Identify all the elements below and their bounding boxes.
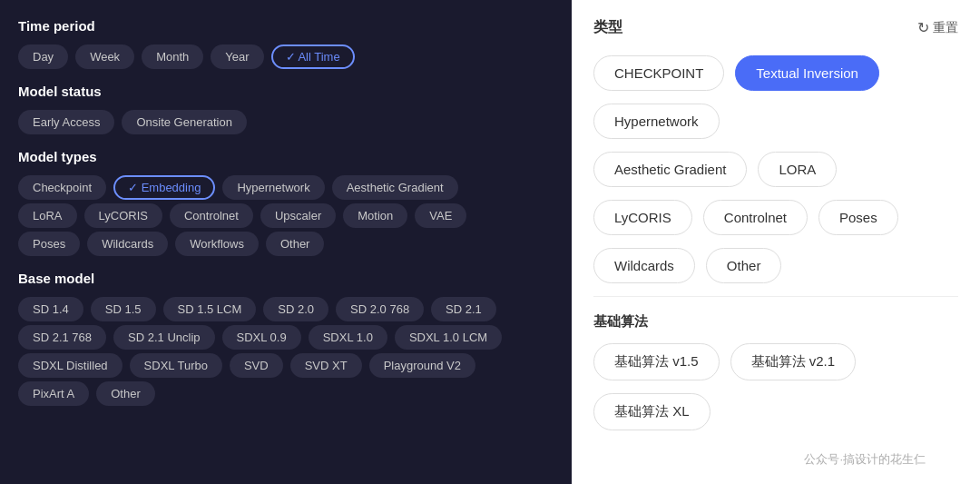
chip-controlnet[interactable]: Controlnet xyxy=(170,203,253,228)
chip-sdxl-turbo[interactable]: SDXL Turbo xyxy=(130,353,222,378)
chip-other-types[interactable]: Other xyxy=(266,232,325,256)
right-chip-base-v21[interactable]: 基础算法 v2.1 xyxy=(730,343,857,380)
base-model-row2: SD 2.1 768 SD 2.1 Unclip SDXL 0.9 SDXL 1… xyxy=(18,325,554,350)
right-type-row4: LyCORIS Controlnet Poses xyxy=(593,200,958,235)
chip-sd21-768[interactable]: SD 2.1 768 xyxy=(18,325,106,350)
base-model-section-title: 基础算法 xyxy=(593,313,958,331)
right-type-row3: Aesthetic Gradient LORA xyxy=(593,152,958,187)
chip-sd21-unclip[interactable]: SD 2.1 Unclip xyxy=(113,325,214,350)
chip-day[interactable]: Day xyxy=(18,44,68,69)
chip-hypernetwork[interactable]: Hypernetwork xyxy=(222,175,324,200)
chip-sd21[interactable]: SD 2.1 xyxy=(431,297,496,321)
base-model-row1: SD 1.4 SD 1.5 SD 1.5 LCM SD 2.0 SD 2.0 7… xyxy=(18,297,554,321)
base-model-row4: PixArt A Other xyxy=(18,381,554,406)
right-panel: 类型 ↻ 重置 CHECKPOINT Textual Inversion Hyp… xyxy=(572,0,980,484)
base-model-row3: SDXL Distilled SDXL Turbo SVD SVD XT Pla… xyxy=(18,353,554,378)
right-chip-checkpoint[interactable]: CHECKPOINT xyxy=(593,55,724,91)
model-status-title: Model status xyxy=(18,84,554,99)
chip-poses[interactable]: Poses xyxy=(18,232,80,256)
chip-other-base[interactable]: Other xyxy=(96,381,155,406)
chip-sdxl10lcm[interactable]: SDXL 1.0 LCM xyxy=(395,325,502,350)
chip-sd15lcm[interactable]: SD 1.5 LCM xyxy=(163,297,257,321)
watermark: 公众号·搞设计的花生仁 xyxy=(804,451,926,468)
divider xyxy=(593,296,958,297)
model-types-row3: Poses Wildcards Workflows Other xyxy=(18,232,554,256)
chip-vae[interactable]: VAE xyxy=(415,203,466,228)
right-type-row5: Wildcards Other xyxy=(593,248,958,283)
chip-sdxl-distilled[interactable]: SDXL Distilled xyxy=(18,353,122,378)
reset-icon: ↻ xyxy=(917,19,929,36)
right-chip-hypernetwork[interactable]: Hypernetwork xyxy=(593,104,720,139)
reset-label: 重置 xyxy=(933,20,958,36)
chip-sd14[interactable]: SD 1.4 xyxy=(18,297,83,321)
chip-motion[interactable]: Motion xyxy=(343,203,407,228)
right-type-row1: CHECKPOINT Textual Inversion xyxy=(593,55,958,91)
chip-week[interactable]: Week xyxy=(75,44,134,69)
chip-sd20-768[interactable]: SD 2.0 768 xyxy=(336,297,424,321)
chip-early-access[interactable]: Early Access xyxy=(18,110,114,134)
right-chip-textual-inversion[interactable]: Textual Inversion xyxy=(735,55,879,91)
chip-lora[interactable]: LoRA xyxy=(18,203,77,228)
time-period-chips: Day Week Month Year ✓ All Time xyxy=(18,44,554,69)
chip-sd15[interactable]: SD 1.5 xyxy=(91,297,156,321)
chip-sd20[interactable]: SD 2.0 xyxy=(263,297,328,321)
chip-year[interactable]: Year xyxy=(211,44,263,69)
time-period-title: Time period xyxy=(18,18,554,34)
chip-embedding[interactable]: ✓ Embedding xyxy=(113,175,215,200)
right-chip-lora[interactable]: LORA xyxy=(758,152,837,187)
model-types-row2: LoRA LyCORIS Controlnet Upscaler Motion … xyxy=(18,203,554,228)
chip-pixart-a[interactable]: PixArt A xyxy=(18,381,89,406)
chip-aesthetic-gradient[interactable]: Aesthetic Gradient xyxy=(332,175,458,200)
chip-all-time[interactable]: ✓ All Time xyxy=(271,44,355,69)
model-status-chips: Early Access Onsite Generation xyxy=(18,110,554,134)
right-chip-base-xl[interactable]: 基础算法 XL xyxy=(593,393,710,430)
chip-onsite-generation[interactable]: Onsite Generation xyxy=(122,110,247,134)
right-type-row2: Hypernetwork xyxy=(593,104,958,139)
model-types-title: Model types xyxy=(18,149,554,164)
chip-sdxl10[interactable]: SDXL 1.0 xyxy=(309,325,387,350)
right-chip-wildcards[interactable]: Wildcards xyxy=(593,248,695,283)
chip-lycoris[interactable]: LyCORIS xyxy=(84,203,162,228)
right-chip-base-v15[interactable]: 基础算法 v1.5 xyxy=(593,343,720,380)
right-chip-poses[interactable]: Poses xyxy=(818,200,898,235)
chip-upscaler[interactable]: Upscaler xyxy=(260,203,336,228)
chip-month[interactable]: Month xyxy=(142,44,203,69)
right-chip-other[interactable]: Other xyxy=(706,248,782,283)
chip-sdxl09[interactable]: SDXL 0.9 xyxy=(222,325,301,350)
right-header: 类型 ↻ 重置 xyxy=(593,18,958,37)
right-panel-title: 类型 xyxy=(593,18,622,37)
left-panel: Time period Day Week Month Year ✓ All Ti… xyxy=(0,0,572,484)
chip-wildcards[interactable]: Wildcards xyxy=(87,232,168,256)
base-model-right-row1: 基础算法 v1.5 基础算法 v2.1 xyxy=(593,343,958,380)
base-model-title: Base model xyxy=(18,271,554,286)
right-chip-aesthetic-gradient[interactable]: Aesthetic Gradient xyxy=(593,152,747,187)
chip-svd[interactable]: SVD xyxy=(230,353,283,378)
reset-button[interactable]: ↻ 重置 xyxy=(917,19,958,36)
chip-playground-v2[interactable]: Playground V2 xyxy=(369,353,475,378)
chip-checkpoint[interactable]: Checkpoint xyxy=(18,175,106,200)
right-chip-lycoris[interactable]: LyCORIS xyxy=(593,200,692,235)
chip-workflows[interactable]: Workflows xyxy=(175,232,259,256)
model-types-row1: Checkpoint ✓ Embedding Hypernetwork Aest… xyxy=(18,175,554,200)
right-chip-controlnet[interactable]: Controlnet xyxy=(703,200,808,235)
chip-svd-xt[interactable]: SVD XT xyxy=(290,353,362,378)
base-model-right-row2: 基础算法 XL xyxy=(593,393,958,430)
